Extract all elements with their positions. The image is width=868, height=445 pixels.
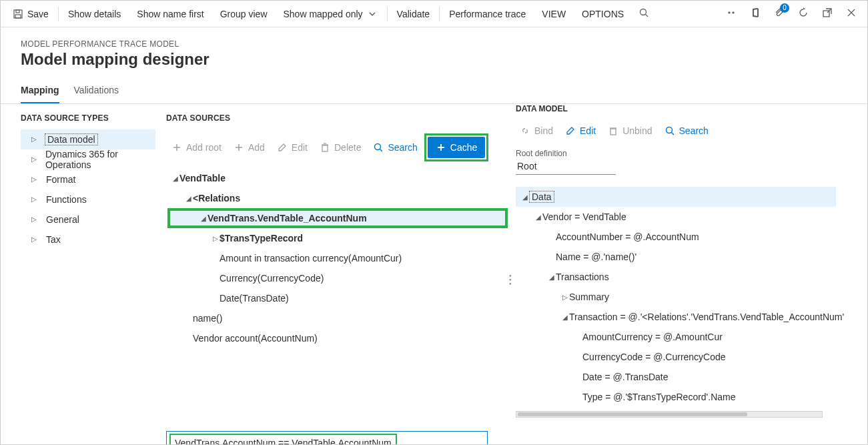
dsnode-name[interactable]: name() [167, 308, 508, 328]
search-button[interactable]: Search [368, 137, 422, 158]
search-icon [638, 7, 649, 20]
save-icon [13, 9, 23, 19]
dmnode-vendor[interactable]: ◢Vendor = VendTable [516, 207, 836, 227]
save-button[interactable]: Save [5, 1, 57, 27]
tab-mapping-label: Mapping [21, 85, 59, 95]
edit-binding-button[interactable]: Edit [561, 121, 600, 140]
expression-value: VendTrans.AccountNum == VendTable.Accoun… [169, 434, 397, 445]
data-model-toolbar: Bind Edit Unbind Search [516, 119, 858, 145]
svg-marker-6 [732, 11, 735, 14]
show-name-first-button[interactable]: Show name first [129, 1, 211, 27]
connector-button[interactable] [719, 1, 743, 27]
dsnode-transdate[interactable]: Date(TransDate) [167, 288, 508, 308]
dstype-tax[interactable]: ▷Tax [21, 230, 155, 250]
validate-button[interactable]: Validate [389, 1, 438, 27]
dstype-functions[interactable]: ▷Functions [21, 189, 155, 209]
caret-right-icon: ▷ [561, 294, 569, 301]
expression-input[interactable]: VendTrans.AccountNum == VendTable.Accoun… [166, 431, 488, 445]
refresh-button[interactable] [791, 1, 815, 27]
dsnode-vendtable[interactable]: ◢VendTable [167, 168, 508, 188]
dstype-label: Tax [45, 234, 62, 245]
dmnode-date[interactable]: Date = @.TransDate [516, 367, 836, 387]
connector-icon [726, 7, 737, 20]
dmnode-label: Type = @.'$TransTypeRecord'.Name [582, 392, 736, 402]
dsnode-label: Currency(CurrencyCode) [220, 273, 324, 284]
dstype-label: Functions [45, 194, 88, 205]
svg-line-25 [671, 133, 674, 135]
svg-rect-2 [15, 15, 21, 18]
dmnode-label: Data [529, 191, 554, 203]
view-label: VIEW [542, 9, 566, 19]
dsnode-relations[interactable]: ◢<Relations [167, 188, 508, 208]
dsnode-currencycode[interactable]: Currency(CurrencyCode) [167, 268, 508, 288]
office-button[interactable] [743, 1, 767, 27]
dstype-general[interactable]: ▷General [21, 209, 155, 230]
page-title: Model mapping designer [21, 50, 847, 69]
show-details-button[interactable]: Show details [60, 1, 129, 27]
dstype-format[interactable]: ▷Format [21, 169, 155, 189]
dmnode-label: CurrencyCode = @.CurrencyCode [582, 352, 726, 362]
add-label: Add [248, 142, 265, 153]
tabstrip: Mapping Validations [1, 74, 867, 104]
cache-button[interactable]: Cache [428, 137, 485, 158]
dsnode-label: <Relations [193, 193, 240, 203]
show-mapped-only-button[interactable]: Show mapped only [276, 1, 386, 27]
options-label: OPTIONS [582, 9, 624, 19]
dmnode-type[interactable]: Type = @.'$TransTypeRecord'.Name [516, 387, 836, 407]
bind-button[interactable]: Bind [516, 121, 557, 140]
data-sources-panel: DATA SOURCES Add root Add Edit Delete Se… [161, 104, 508, 443]
horizontal-scrollbar[interactable] [516, 411, 823, 418]
dsnode-vendtrans-accountnum[interactable]: ◢VendTrans.VendTable_AccountNum [167, 208, 508, 228]
dmnode-amountcurrency[interactable]: AmountCurrency = @.AmountCur [516, 327, 836, 347]
edit-button[interactable]: Edit [272, 137, 313, 158]
find-button[interactable] [632, 1, 656, 27]
page-header: MODEL PERFORMANCE TRACE MODEL Model mapp… [1, 27, 867, 74]
dsnode-amountcur[interactable]: Amount in transaction currency(AmountCur… [167, 248, 508, 268]
data-source-types-panel: DATA SOURCE TYPES ▷Data model ▷Dynamics … [1, 104, 161, 443]
dmnode-label: Vendor = VendTable [542, 211, 626, 222]
dmnode-label: Date = @.TransDate [582, 372, 668, 382]
dmnode-label: Summary [569, 292, 609, 302]
dmnode-currencycode[interactable]: CurrencyCode = @.CurrencyCode [516, 347, 836, 367]
attachments-button[interactable] [767, 1, 791, 27]
add-button[interactable]: Add [228, 137, 270, 158]
close-button[interactable] [839, 1, 863, 27]
page-overline: MODEL PERFORMANCE TRACE MODEL [21, 39, 847, 49]
data-sources-title: DATA SOURCES [161, 113, 508, 123]
add-root-label: Add root [186, 142, 222, 153]
delete-button[interactable]: Delete [314, 137, 366, 158]
data-model-tree: ◢Data ◢Vendor = VendTable AccountNumber … [516, 187, 858, 426]
dsnode-transtyperecord[interactable]: ▷$TransTypeRecord [167, 228, 508, 248]
caret-right-icon: ▷ [31, 236, 38, 243]
caret-down-icon: ◢ [199, 215, 207, 222]
popout-button[interactable] [815, 1, 839, 27]
delete-label: Delete [334, 142, 361, 153]
performance-trace-button[interactable]: Performance trace [441, 1, 534, 27]
root-definition-value[interactable]: Root [516, 158, 616, 175]
separator [439, 7, 440, 21]
datamodel-search-button[interactable]: Search [661, 121, 713, 140]
unbind-button[interactable]: Unbind [604, 121, 656, 140]
save-label: Save [27, 9, 49, 19]
add-root-button[interactable]: Add root [166, 137, 227, 158]
dmnode-name[interactable]: Name = @.'name()' [516, 247, 836, 267]
dmnode-summary[interactable]: ▷Summary [516, 287, 836, 307]
dmnode-data[interactable]: ◢Data [516, 187, 836, 207]
caret-right-icon: ▷ [31, 155, 37, 163]
tab-mapping[interactable]: Mapping [21, 81, 59, 103]
dmnode-transaction[interactable]: ◢Transaction = @.'<Relations'.'VendTrans… [516, 307, 836, 327]
dsnode-vendoraccount[interactable]: Vendor account(AccountNum) [167, 328, 508, 348]
dstype-label: Data model [45, 133, 98, 145]
dstype-data-model[interactable]: ▷Data model [21, 129, 155, 149]
view-button[interactable]: VIEW [534, 1, 574, 27]
dsnode-label: VendTable [179, 173, 226, 183]
splitter-handle[interactable]: ●●● [509, 274, 512, 286]
options-button[interactable]: OPTIONS [574, 1, 632, 27]
dmnode-transactions[interactable]: ◢Transactions [516, 267, 836, 287]
group-view-button[interactable]: Group view [212, 1, 276, 27]
tab-validations[interactable]: Validations [74, 81, 119, 103]
show-name-first-label: Show name first [137, 9, 203, 19]
caret-down-icon: ◢ [561, 314, 569, 321]
dstype-d365fo[interactable]: ▷Dynamics 365 for Operations [21, 149, 155, 169]
dmnode-accountnumber[interactable]: AccountNumber = @.AccountNum [516, 227, 836, 247]
